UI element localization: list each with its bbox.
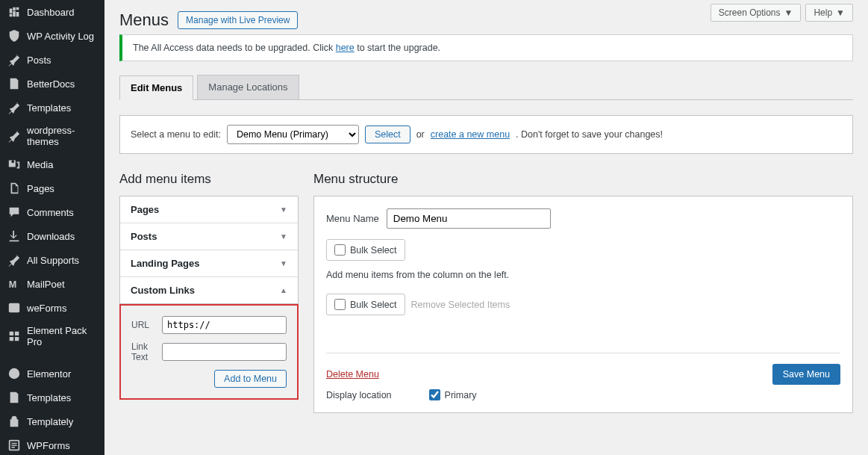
manage-live-preview-link[interactable]: Manage with Live Preview <box>178 11 298 29</box>
menu-name-input[interactable] <box>387 208 551 229</box>
pin-icon <box>7 101 21 114</box>
docs-icon <box>7 391 21 404</box>
pin-icon <box>7 129 21 143</box>
pin-icon <box>7 253 21 267</box>
sidebar-item-comments[interactable]: Comments <box>0 200 104 224</box>
sidebar-item-media[interactable]: Media <box>0 152 104 176</box>
notice-link[interactable]: here <box>336 43 355 53</box>
sidebar-item-all-supports[interactable]: All Supports <box>0 248 104 272</box>
bulk-select-label: Bulk Select <box>350 245 397 256</box>
shield-icon <box>7 29 21 43</box>
caret-down-icon: ▼ <box>784 7 793 18</box>
sidebar-item-templates-2[interactable]: Templates <box>0 386 104 409</box>
sidebar-item-label: wordpress-themes <box>27 125 97 147</box>
sidebar-item-label: BetterDocs <box>27 78 75 90</box>
sidebar-item-templately[interactable]: Templately <box>0 409 104 433</box>
sidebar-item-pages[interactable]: Pages <box>0 176 104 200</box>
sidebar-item-label: WPForms <box>27 440 70 451</box>
url-label: URL <box>131 320 157 330</box>
tab-edit-menus[interactable]: Edit Menus <box>119 75 193 100</box>
sidebar-item-posts[interactable]: Posts <box>0 48 104 72</box>
sidebar-item-templates[interactable]: Templates <box>0 96 104 120</box>
pages-icon <box>7 182 21 195</box>
metabox-container: Pages▼ Posts▼ Landing Pages▼ Custom Link… <box>119 196 299 304</box>
templately-icon <box>7 415 21 428</box>
sidebar-item-wpforms[interactable]: WPForms <box>0 433 104 455</box>
tab-manage-locations[interactable]: Manage Locations <box>197 75 299 99</box>
caret-down-icon: ▼ <box>280 205 287 214</box>
comments-icon <box>7 205 21 219</box>
save-menu-button[interactable]: Save Menu <box>772 364 840 385</box>
help-label: Help <box>814 7 832 18</box>
primary-checkbox[interactable] <box>429 389 440 400</box>
sidebar-item-elementor[interactable]: Elementor <box>0 362 104 386</box>
docs-icon <box>7 77 21 90</box>
create-menu-link[interactable]: create a new menu <box>431 129 510 140</box>
display-location-label: Display location <box>326 390 392 400</box>
menu-name-label: Menu Name <box>326 213 379 224</box>
bulk-select-bottom[interactable]: Bulk Select <box>326 294 405 315</box>
sidebar-item-label: Pages <box>27 183 54 194</box>
menu-structure-heading: Menu structure <box>313 172 853 187</box>
pin-icon <box>7 53 21 66</box>
caret-down-icon: ▼ <box>280 259 287 267</box>
sidebar-item-label: Comments <box>27 207 74 218</box>
sidebar-item-mailpoet[interactable]: MMailPoet <box>0 272 104 296</box>
caret-up-icon: ▲ <box>280 286 287 294</box>
mailpoet-icon: M <box>7 277 21 291</box>
add-to-menu-button[interactable]: Add to Menu <box>214 370 287 388</box>
select-button[interactable]: Select <box>365 126 410 143</box>
metabox-posts[interactable]: Posts▼ <box>120 223 298 250</box>
sidebar-item-wordpress-themes[interactable]: wordpress-themes <box>0 120 104 152</box>
sidebar-item-weforms[interactable]: weForms <box>0 296 104 320</box>
menu-select-bar: Select a menu to edit: Demo Menu (Primar… <box>119 115 853 154</box>
screen-options-button[interactable]: Screen Options ▼ <box>711 4 802 22</box>
metabox-landing-pages[interactable]: Landing Pages▼ <box>120 250 298 277</box>
metabox-pages[interactable]: Pages▼ <box>120 196 298 223</box>
svg-rect-1 <box>9 303 19 313</box>
media-icon <box>7 158 21 171</box>
sidebar-item-dashboard[interactable]: Dashboard <box>0 0 104 24</box>
caret-down-icon: ▼ <box>836 7 845 18</box>
metabox-label: Posts <box>131 231 157 242</box>
wpforms-icon <box>7 439 21 452</box>
bulk-select-label: Bulk Select <box>350 300 397 310</box>
sidebar-item-label: MailPoet <box>27 279 65 290</box>
sidebar-item-downloads[interactable]: Downloads <box>0 224 104 248</box>
menu-select[interactable]: Demo Menu (Primary) <box>227 125 359 144</box>
delete-menu-link[interactable]: Delete Menu <box>326 369 379 380</box>
page-title: Menus <box>119 10 169 30</box>
screen-options-label: Screen Options <box>719 7 781 18</box>
download-icon <box>7 229 21 243</box>
sidebar-item-label: All Supports <box>27 255 79 266</box>
help-button[interactable]: Help ▼ <box>805 4 853 22</box>
remove-selected-link[interactable]: Remove Selected Items <box>411 300 511 310</box>
admin-sidebar: Dashboard WP Activity Log Posts BetterDo… <box>0 0 104 455</box>
bulk-select-checkbox[interactable] <box>334 244 346 256</box>
primary-location-option[interactable]: Primary <box>429 389 477 400</box>
url-input[interactable] <box>162 316 287 334</box>
sidebar-item-label: WP Activity Log <box>27 31 94 42</box>
add-items-heading: Add menu items <box>119 172 299 187</box>
sidebar-item-betterdocs[interactable]: BetterDocs <box>0 72 104 96</box>
sidebar-item-wp-activity-log[interactable]: WP Activity Log <box>0 24 104 48</box>
suffix-text: . Don't forget to save your changes! <box>516 129 663 140</box>
sidebar-item-label: weForms <box>27 303 66 314</box>
primary-label: Primary <box>445 390 477 400</box>
metabox-custom-links[interactable]: Custom Links▲ <box>120 277 298 303</box>
sidebar-item-label: Templately <box>27 416 73 427</box>
svg-point-2 <box>9 368 19 379</box>
sidebar-item-element-pack-pro[interactable]: Element Pack Pro <box>0 320 104 353</box>
menu-structure-box: Menu Name Bulk Select Add menu items fro… <box>313 196 853 413</box>
notice-text: The All Access data needs to be upgraded… <box>133 43 336 53</box>
link-text-input[interactable] <box>162 343 287 361</box>
bulk-select-top[interactable]: Bulk Select <box>326 239 405 261</box>
element-pack-icon <box>7 329 21 343</box>
sidebar-item-label: Templates <box>27 392 71 403</box>
bulk-select-checkbox[interactable] <box>334 299 346 310</box>
metabox-label: Custom Links <box>131 285 195 296</box>
sidebar-item-label: Posts <box>27 55 51 66</box>
select-label: Select a menu to edit: <box>131 129 221 140</box>
svg-text:M: M <box>9 279 16 290</box>
caret-down-icon: ▼ <box>280 232 287 241</box>
